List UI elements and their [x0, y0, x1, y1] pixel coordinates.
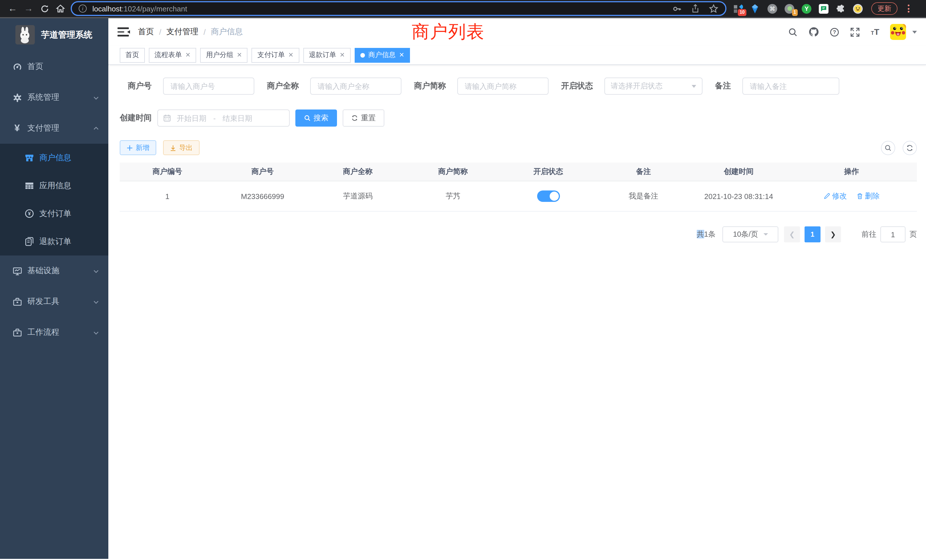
tab-pay-order[interactable]: 支付订单✕	[252, 48, 299, 62]
browser-reload-button[interactable]	[36, 1, 53, 17]
sidebar-subitem-label: 退款订单	[39, 236, 71, 247]
gear-icon	[12, 92, 22, 103]
browser-profile-avatar[interactable]	[853, 4, 863, 14]
short-name-input[interactable]	[457, 77, 549, 95]
reset-button[interactable]: 重置	[343, 109, 384, 127]
breadcrumb-item-current: 商户信息	[211, 27, 243, 37]
browser-update-button[interactable]: 更新	[871, 2, 897, 15]
start-date-input[interactable]	[171, 114, 212, 122]
page-size-select[interactable]: 10条/页	[722, 226, 778, 242]
share-icon[interactable]	[691, 4, 700, 13]
date-separator: -	[212, 114, 217, 122]
sidebar-subitem-label: 支付订单	[39, 209, 71, 219]
sidebar-item-infrastructure[interactable]: 基础设施	[0, 256, 108, 286]
status-toggle[interactable]	[537, 191, 560, 202]
browser-toolbar: ← → i localhost:1024/pay/merchant 1	[0, 0, 926, 18]
search-button[interactable]: 搜索	[295, 109, 337, 127]
sidebar-subitem-merchant-info[interactable]: 商户信息	[0, 144, 108, 172]
github-icon[interactable]	[809, 27, 819, 37]
sidebar-item-label: 研发工具	[27, 297, 59, 307]
cell-create-time: 2021-10-23 08:31:14	[691, 192, 786, 200]
status-select-placeholder: 请选择开启状态	[611, 81, 691, 91]
filter-remark: 备注	[715, 77, 839, 95]
font-size-icon[interactable]: TT	[871, 27, 879, 37]
refresh-table-button[interactable]	[903, 141, 917, 155]
extension-recorder-icon[interactable]: 1	[785, 4, 794, 14]
tab-close-icon[interactable]: ✕	[237, 51, 242, 59]
app-logo-row[interactable]: 芋道管理系统	[0, 18, 108, 51]
tab-close-icon[interactable]: ✕	[288, 51, 294, 59]
delete-link[interactable]: 删除	[856, 191, 880, 201]
user-avatar[interactable]	[890, 24, 906, 40]
tab-process-form[interactable]: 流程表单✕	[149, 48, 196, 62]
full-name-input[interactable]	[310, 77, 401, 95]
edit-link[interactable]: 修改	[823, 191, 847, 201]
extensions-row: 10 ⌘ 1 Y	[733, 2, 912, 15]
prev-page-button[interactable]: ❮	[784, 226, 800, 242]
yen-circle-icon: ¥	[24, 209, 34, 219]
sidebar-item-system[interactable]: 系统管理	[0, 82, 108, 113]
chevron-up-icon	[93, 125, 99, 132]
sidebar-item-label: 支付管理	[27, 123, 59, 133]
filter-status: 开启状态 请选择开启状态	[561, 77, 702, 95]
sidebar-subitem-refund-order[interactable]: 退款订单	[0, 227, 108, 256]
storefront-icon	[24, 153, 34, 163]
cell-remark: 我是备注	[596, 191, 691, 201]
tab-home[interactable]: 首页	[120, 48, 145, 62]
browser-back-button[interactable]: ←	[5, 1, 21, 17]
sidebar-item-workflow[interactable]: 工作流程	[0, 317, 108, 348]
extensions-puzzle-icon[interactable]	[836, 4, 846, 14]
sidebar-subitem-app-info[interactable]: 应用信息	[0, 172, 108, 200]
browser-home-button[interactable]	[53, 1, 68, 17]
sidebar-subitem-pay-order[interactable]: ¥ 支付订单	[0, 200, 108, 227]
tab-merchant-info[interactable]: 商户信息✕	[355, 48, 410, 62]
end-date-input[interactable]	[217, 114, 258, 122]
search-icon[interactable]	[788, 27, 798, 37]
breadcrumb-item[interactable]: 首页	[138, 27, 154, 37]
extension-y-icon[interactable]: Y	[802, 4, 811, 14]
goto-page: 前往 页	[862, 226, 917, 242]
url-bar[interactable]: i localhost:1024/pay/merchant	[71, 1, 726, 16]
next-page-button[interactable]: ❯	[825, 226, 841, 242]
tab-close-icon[interactable]: ✕	[340, 51, 345, 59]
tab-close-icon[interactable]: ✕	[399, 51, 404, 59]
extension-grid-icon[interactable]: 10	[733, 4, 743, 14]
cell-merchant-no: M233666999	[215, 192, 310, 200]
site-info-icon[interactable]: i	[79, 5, 87, 12]
remark-label: 备注	[715, 81, 731, 91]
header-actions: ? TT	[788, 24, 917, 40]
toggle-search-button[interactable]	[881, 141, 895, 155]
url-text: localhost:1024/pay/merchant	[92, 4, 187, 13]
chevron-down-icon	[93, 268, 99, 274]
breadcrumb-item[interactable]: 支付管理	[166, 27, 198, 37]
sidebar-item-dev-tools[interactable]: 研发工具	[0, 286, 108, 317]
collapse-sidebar-button[interactable]	[118, 27, 129, 36]
goto-page-input[interactable]	[881, 226, 905, 242]
sidebar-item-payment[interactable]: ¥ 支付管理	[0, 113, 108, 144]
tab-refund-order[interactable]: 退款订单✕	[303, 48, 350, 62]
extension-gem-icon[interactable]	[750, 4, 760, 14]
remark-input[interactable]	[742, 77, 839, 95]
status-label: 开启状态	[561, 81, 593, 91]
tab-close-icon[interactable]: ✕	[185, 51, 191, 59]
create-time-range-picker[interactable]: -	[157, 109, 290, 127]
merchant-no-input[interactable]	[163, 77, 254, 95]
extension-chat-icon[interactable]	[819, 4, 829, 14]
sidebar-item-home[interactable]: 首页	[0, 51, 108, 82]
caret-down-icon[interactable]	[912, 31, 917, 36]
status-select[interactable]: 请选择开启状态	[604, 77, 702, 95]
export-button[interactable]: 导出	[163, 140, 200, 155]
password-key-icon[interactable]	[672, 4, 682, 14]
browser-menu-icon[interactable]	[905, 3, 912, 14]
help-icon[interactable]: ?	[830, 27, 840, 37]
tab-user-group[interactable]: 用户分组✕	[200, 48, 247, 62]
bookmark-star-icon[interactable]	[709, 4, 719, 14]
page-number-button[interactable]: 1	[805, 226, 820, 242]
search-icon	[884, 144, 892, 151]
add-button[interactable]: 新增	[120, 140, 156, 155]
extension-command-icon[interactable]: ⌘	[767, 4, 777, 14]
browser-forward-button[interactable]: →	[21, 1, 36, 17]
filter-short-name: 商户简称	[414, 77, 549, 95]
breadcrumb: 首页 / 支付管理 / 商户信息	[138, 27, 243, 37]
fullscreen-icon[interactable]	[850, 27, 860, 37]
